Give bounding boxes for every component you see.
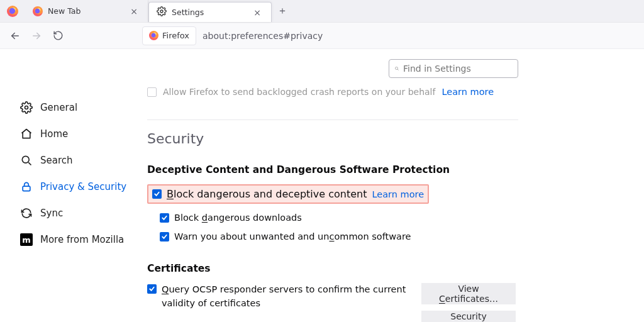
sidebar-item-label: Privacy & Security [40, 181, 126, 192]
block-downloads-label: Block dangerous downloads [174, 213, 302, 223]
sidebar-item-label: Search [40, 155, 73, 166]
ocsp-label: Query OCSP responder servers to confirm … [162, 283, 409, 311]
search-icon [394, 64, 399, 73]
crash-reports-row: Allow Firefox to send backlogged crash r… [147, 87, 518, 97]
sidebar-item-general[interactable]: General [20, 94, 132, 121]
sidebar-item-label: Home [40, 128, 68, 140]
lock-icon [20, 180, 33, 193]
url-bar[interactable]: Firefox about:preferences#privacy [142, 26, 329, 45]
crash-learn-more-link[interactable]: Learn more [441, 87, 494, 97]
sidebar-item-more-mozilla[interactable]: m More from Mozilla [20, 226, 132, 253]
mozilla-icon: m [20, 233, 33, 246]
find-in-settings[interactable] [389, 59, 518, 78]
section-separator [147, 119, 518, 120]
ocsp-row: Query OCSP responder servers to confirm … [147, 283, 409, 311]
svg-point-2 [22, 156, 29, 163]
certificates-section: Certificates Query OCSP responder server… [147, 263, 629, 322]
identity-box[interactable]: Firefox [142, 26, 196, 45]
gear-icon [157, 6, 167, 18]
security-devices-button[interactable]: Security Devices… [421, 311, 516, 322]
warn-software-row: Warn you about unwanted and uncommon sof… [160, 231, 629, 242]
new-tab-button[interactable]: ＋ [272, 0, 293, 22]
deceptive-heading: Deceptive Content and Dangerous Software… [147, 164, 629, 175]
tab-settings[interactable]: Settings × [148, 2, 272, 22]
warn-software-label: Warn you about unwanted and uncommon sof… [174, 231, 411, 242]
toolbar: Firefox about:preferences#privacy [0, 23, 644, 49]
close-icon[interactable]: × [128, 5, 140, 18]
sync-icon [20, 207, 33, 219]
firefox-logo-icon [149, 31, 158, 40]
sidebar-item-label: General [40, 102, 77, 113]
checkbox-block-downloads[interactable] [160, 213, 169, 223]
sidebar-item-label: More from Mozilla [40, 234, 124, 245]
find-in-settings-input[interactable] [403, 64, 513, 74]
tab-strip: New Tab × Settings × ＋ [0, 0, 644, 23]
close-icon[interactable]: × [251, 6, 264, 19]
reload-button[interactable] [52, 30, 64, 42]
back-button[interactable] [9, 30, 21, 42]
block-downloads-row: Block dangerous downloads [160, 213, 629, 223]
settings-content: General Home Search Privacy & Security S… [0, 49, 644, 322]
firefox-logo-icon [7, 6, 18, 17]
firefox-logo-icon [33, 6, 43, 16]
svg-point-1 [25, 106, 28, 109]
checkbox-warn-software[interactable] [160, 232, 169, 242]
forward-button[interactable] [30, 30, 43, 42]
tab-new-tab[interactable]: New Tab × [25, 0, 148, 22]
identity-label: Firefox [162, 31, 189, 40]
url-text: about:preferences#privacy [196, 31, 329, 41]
settings-sidebar: General Home Search Privacy & Security S… [0, 49, 132, 322]
security-section: Security Deceptive Content and Dangerous… [147, 131, 629, 250]
sidebar-item-privacy-security[interactable]: Privacy & Security [20, 174, 132, 200]
certificates-heading: Certificates [147, 263, 629, 274]
block-deceptive-label: Block dangerous and deceptive content [167, 188, 367, 200]
gear-icon [20, 101, 33, 114]
svg-point-0 [160, 10, 163, 13]
deceptive-learn-more-link[interactable]: Learn more [372, 189, 424, 199]
svg-point-4 [396, 67, 398, 70]
svg-rect-3 [23, 186, 30, 191]
tab-label: New Tab [48, 6, 80, 16]
home-icon [20, 128, 33, 140]
block-deceptive-highlight: Block dangerous and deceptive content Le… [147, 184, 429, 204]
checkbox-block-deceptive[interactable] [152, 189, 162, 199]
sidebar-item-sync[interactable]: Sync [20, 200, 132, 226]
settings-main: Allow Firefox to send backlogged crash r… [132, 49, 644, 322]
checkbox-ocsp[interactable] [147, 284, 157, 294]
crash-reports-label: Allow Firefox to send backlogged crash r… [163, 87, 435, 97]
view-certificates-button[interactable]: View Certificates… [421, 283, 516, 304]
security-heading: Security [147, 131, 629, 147]
search-icon [20, 154, 33, 167]
checkbox-crash-reports[interactable] [147, 87, 157, 97]
tab-label: Settings [172, 8, 204, 17]
sidebar-item-search[interactable]: Search [20, 147, 132, 174]
sidebar-item-label: Sync [40, 208, 63, 219]
firefox-app-icon [0, 0, 25, 22]
sidebar-item-home[interactable]: Home [20, 121, 132, 147]
